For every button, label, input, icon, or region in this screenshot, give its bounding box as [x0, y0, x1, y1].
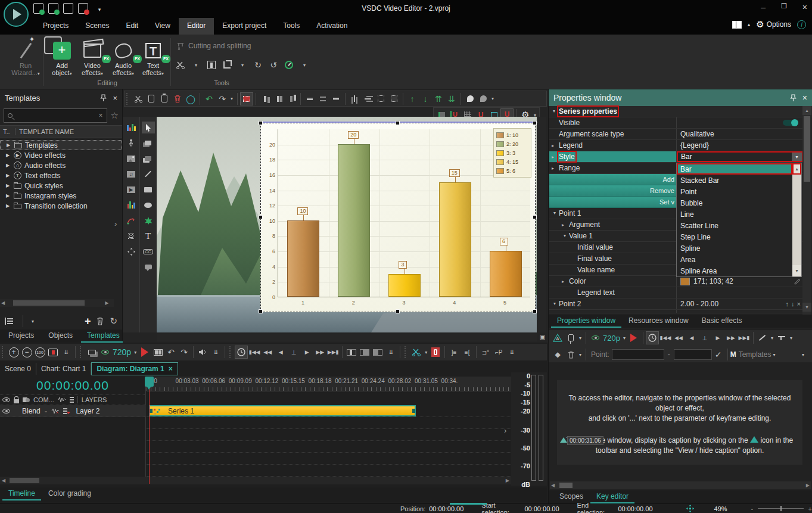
tab-projects-[interactable]: Projects ...: [2, 329, 40, 343]
ke-stop-icon[interactable]: ⊥: [698, 331, 711, 344]
zoom-out-minus-icon[interactable]: -: [751, 505, 754, 512]
delete-icon[interactable]: [171, 92, 184, 105]
tab-timeline[interactable]: Timeline: [2, 487, 41, 500]
delete-template-icon[interactable]: [97, 317, 104, 325]
animation-object-icon[interactable]: [125, 137, 138, 149]
point-y-input[interactable]: [674, 349, 712, 360]
tooltip-tool-icon[interactable]: [142, 261, 155, 273]
timeline-ruler[interactable]: .0000:03.0300:06.0600:09.0900:12.1200:15…: [147, 377, 511, 392]
delete-point-icon[interactable]: ×: [797, 300, 801, 307]
tree-item-transition-collection[interactable]: ▶Transition collection: [0, 201, 122, 211]
ungroup-objects-icon[interactable]: [477, 92, 490, 105]
remove-value-button[interactable]: Remove: [549, 185, 677, 197]
ke-skip-start-icon[interactable]: ▮◀◀: [659, 331, 672, 344]
playhead-marker[interactable]: [145, 377, 154, 387]
tab-scene0[interactable]: Scene 0: [0, 363, 36, 375]
property-row-style[interactable]: ▸Style Bar ▾: [549, 151, 803, 163]
fit-original-icon[interactable]: [387, 92, 400, 105]
video-effects-button[interactable]: FX Video effects▾: [77, 39, 107, 77]
cut-icon[interactable]: [132, 92, 145, 105]
preview-play-icon[interactable]: [138, 346, 151, 359]
audio-object-icon[interactable]: ♫: [125, 168, 138, 180]
chart-object-icon[interactable]: [125, 122, 138, 133]
crop-dropdown-icon[interactable]: ▾: [236, 58, 249, 71]
dropdown-item-point[interactable]: Point: [677, 186, 792, 197]
frame-view-icon[interactable]: [151, 346, 164, 359]
run-wizard-button[interactable]: Run Wizard...▾: [8, 39, 43, 77]
selection-handle[interactable]: [533, 309, 537, 313]
layer-eye-icon[interactable]: [2, 409, 10, 413]
expand-icon[interactable]: ▶: [6, 153, 11, 158]
zoom-reset-icon[interactable]: 100: [33, 346, 46, 359]
crop-tool-icon[interactable]: [220, 58, 234, 71]
select-tool-icon[interactable]: [142, 122, 155, 133]
add-object-button[interactable]: + Add object▾: [48, 39, 76, 77]
paste-icon[interactable]: [158, 92, 171, 105]
speed-dropdown-icon[interactable]: ▾: [298, 58, 311, 71]
snap-object-right-icon[interactable]: ⌐P: [492, 346, 505, 359]
undo-dropdown-icon[interactable]: ▾: [229, 92, 235, 105]
blend-dropdown-icon[interactable]: ⌄: [44, 408, 48, 413]
center-vertical-icon[interactable]: [361, 92, 374, 105]
close-tab-icon[interactable]: ×: [169, 365, 173, 373]
cut-dropdown-icon[interactable]: ▾: [189, 58, 203, 71]
close-panel-icon[interactable]: ×: [802, 93, 807, 102]
expand-icon[interactable]: ▶: [6, 203, 11, 209]
pin-icon[interactable]: [790, 94, 797, 102]
movement-object-icon[interactable]: [125, 245, 138, 257]
close-button[interactable]: ×: [802, 2, 807, 12]
tab-diagram1[interactable]: Diagram: Diagram 1×: [91, 362, 178, 375]
object-position-icon[interactable]: [240, 92, 253, 105]
audio-effects-button[interactable]: FX Audio effects▾: [108, 39, 138, 77]
layout-panels-icon[interactable]: [732, 21, 742, 29]
clip-right-handle[interactable]: [412, 409, 415, 413]
stop-icon[interactable]: ⊥: [287, 346, 300, 359]
rewind-icon[interactable]: ◀◀: [261, 346, 274, 359]
dropdown-scroll-down-icon[interactable]: ▾: [792, 265, 801, 276]
blocks-icon[interactable]: [70, 397, 74, 403]
video-object-icon[interactable]: ▶: [125, 184, 138, 195]
speed-tool-icon[interactable]: [282, 58, 295, 71]
property-row-point2[interactable]: ▴Point 2 2.00 - 20.00 ↑ ↓ ×: [549, 299, 803, 310]
ke-skip-end-icon[interactable]: ▶▶▮: [738, 331, 751, 344]
ke-prev-frame-icon[interactable]: ◀: [685, 331, 698, 344]
frames-preview-3-icon[interactable]: [371, 346, 384, 359]
dropdown-item-bubble[interactable]: Bubble: [677, 197, 792, 209]
letterbox-tool-icon[interactable]: [205, 58, 218, 71]
refresh-templates-icon[interactable]: ↻: [110, 316, 117, 327]
zoom-out-icon[interactable]: −: [20, 346, 33, 359]
style-combo[interactable]: Bar ▾: [677, 151, 803, 162]
expand-icon[interactable]: ▶: [6, 183, 11, 188]
resolution-dropdown-icon[interactable]: ▾: [621, 331, 627, 344]
ke-forward-icon[interactable]: ▶▶: [724, 331, 738, 344]
menu-tab-export-project[interactable]: Export project: [214, 18, 275, 35]
expand-icon[interactable]: ▶: [7, 142, 11, 148]
options-button[interactable]: ⚙ Options: [756, 19, 791, 30]
expand-icon[interactable]: ▶: [6, 173, 11, 178]
trim-end-icon[interactable]: ≡[: [461, 346, 474, 359]
undo-icon[interactable]: ↶: [203, 92, 216, 105]
add-keyframe-icon[interactable]: ◆: [551, 348, 564, 361]
forward-icon[interactable]: ▶▶: [313, 346, 326, 359]
col-name[interactable]: TEMPLATE NAME: [15, 128, 74, 135]
panel-expand-chevron[interactable]: ›: [114, 219, 117, 228]
skip-start-icon[interactable]: ▮◀◀: [248, 346, 261, 359]
skip-end-icon[interactable]: ▶▶▮: [326, 346, 340, 359]
menu-tab-editor[interactable]: Editor: [179, 18, 214, 35]
redo-preview-icon[interactable]: ↷: [178, 346, 191, 359]
tl-group4-more-icon[interactable]: ⇊: [505, 346, 518, 359]
style-combo-dropdown-icon[interactable]: ▾: [792, 153, 802, 161]
sprite-object-icon[interactable]: [125, 230, 138, 242]
template-search-input[interactable]: ×: [4, 108, 107, 123]
selection-handle[interactable]: [259, 121, 263, 125]
time-display-clock-icon[interactable]: [235, 346, 248, 359]
view-dropdown-icon[interactable]: ▾: [32, 319, 34, 324]
fit-screen-icon[interactable]: [374, 92, 387, 105]
playhead-line[interactable]: [149, 387, 150, 484]
ke-next-frame-icon[interactable]: ▶: [711, 331, 724, 344]
dropdown-item-stacked-bar[interactable]: Stacked Bar: [677, 175, 792, 186]
layer-name[interactable]: Layer 2: [76, 407, 99, 415]
align-center-icon[interactable]: [272, 92, 285, 105]
selection-handle[interactable]: [259, 215, 263, 219]
preview-corner-icon[interactable]: ▣: [538, 334, 547, 341]
